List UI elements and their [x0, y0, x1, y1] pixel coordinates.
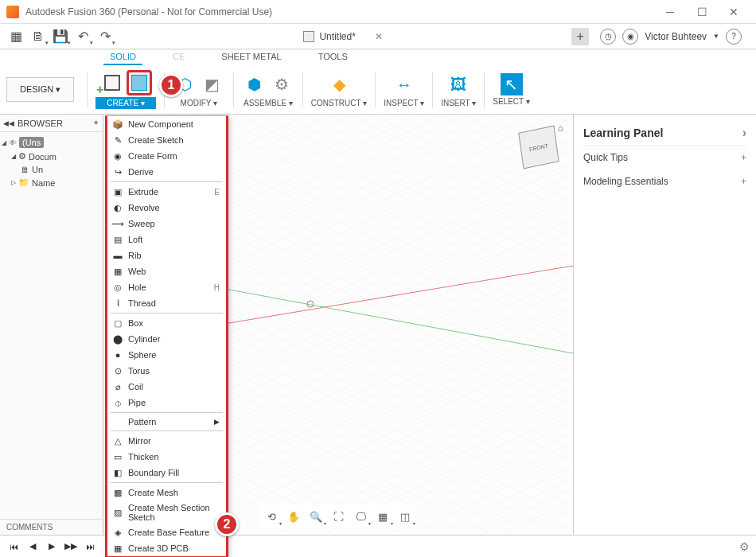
menu-label: Extrude	[128, 187, 209, 197]
menu-item-torus[interactable]: ⊙Torus	[107, 363, 226, 379]
tree-item[interactable]: 🗎Un	[2, 163, 101, 176]
menu-item-pattern[interactable]: Pattern▶	[107, 415, 226, 429]
tree-item[interactable]: ▷📁Name	[2, 176, 101, 189]
select-icon[interactable]: ↖	[501, 73, 523, 95]
menu-item-sphere[interactable]: ●Sphere	[107, 347, 226, 363]
minimize-button[interactable]: ─	[654, 0, 686, 24]
undo-icon[interactable]: ↶	[73, 27, 92, 46]
menu-item-thread[interactable]: ⌇Thread	[107, 295, 226, 311]
job-status-icon[interactable]: ◉	[622, 29, 638, 45]
select-group: ↖ SELECT ▾	[488, 73, 535, 106]
menu-item-create-mesh-section-sketch[interactable]: ▨Create Mesh Section Sketch	[107, 501, 226, 524]
measure-icon[interactable]: ↔	[392, 72, 417, 97]
create-dropdown-button[interactable]: CREATE ▾	[95, 97, 156, 109]
timeline-back-icon[interactable]: ◀	[25, 539, 40, 554]
inspect-group: ↔ INSPECT ▾	[379, 72, 429, 107]
as-built-joint-icon[interactable]: ⚙	[269, 72, 294, 97]
select-label[interactable]: SELECT ▾	[493, 97, 530, 106]
menu-icon: ✎	[112, 134, 123, 146]
user-name[interactable]: Victor Buhteev	[645, 31, 707, 42]
menu-item-revolve[interactable]: ◐Revolve	[107, 200, 226, 216]
menu-item-new-component[interactable]: 📦New Component	[107, 116, 226, 132]
close-button[interactable]: ✕	[718, 0, 750, 24]
grid-icon[interactable]: ▦	[374, 508, 392, 525]
fillet-icon[interactable]: ◩	[200, 72, 225, 97]
menu-item-thicken[interactable]: ▭Thicken	[107, 449, 226, 465]
pan-icon[interactable]: ✋	[285, 508, 302, 525]
inspect-label[interactable]: INSPECT ▾	[384, 99, 424, 107]
file-menu-icon[interactable]: 🗎	[29, 27, 48, 46]
menu-item-mirror[interactable]: △Mirror	[107, 433, 226, 449]
joint-icon[interactable]: ⬢	[242, 72, 267, 97]
menu-item-create-3d-pcb[interactable]: ▦Create 3D PCB	[107, 540, 226, 556]
menu-item-create-mesh[interactable]: ▩Create Mesh	[107, 485, 226, 501]
timeline-start-icon[interactable]: ⏮	[6, 539, 21, 554]
close-tab-icon[interactable]: ✕	[375, 31, 383, 42]
workspace-button[interactable]: DESIGN ▾	[6, 77, 74, 102]
modify-label[interactable]: MODIFY ▾	[181, 99, 217, 107]
home-icon[interactable]: ⌂	[558, 123, 563, 134]
document-tab[interactable]: Untitled* ✕	[294, 28, 392, 45]
viewport-icon[interactable]: ◫	[396, 508, 414, 525]
plane-icon[interactable]: ◆	[326, 72, 352, 97]
timeline-fwd-icon[interactable]: ▶▶	[64, 539, 78, 554]
menu-label: Cylinder	[128, 334, 220, 344]
tab-solid[interactable]: SOLID	[103, 50, 142, 65]
redo-icon[interactable]: ↷	[95, 27, 115, 46]
menu-item-boundary-fill[interactable]: ◧Boundary Fill	[107, 465, 226, 481]
browser-options-icon[interactable]: ⚬	[92, 118, 99, 128]
maximize-button[interactable]: ☐	[686, 0, 718, 24]
timeline-end-icon[interactable]: ⏭	[83, 539, 97, 554]
browser-collapse-icon[interactable]: ◀◀	[3, 119, 14, 127]
create-sketch-icon[interactable]	[127, 70, 152, 95]
menu-item-create-base-feature[interactable]: ◈Create Base Feature	[107, 524, 226, 540]
construct-label[interactable]: CONSTRUCT ▾	[311, 99, 367, 107]
save-icon[interactable]: 💾	[51, 27, 70, 46]
menu-item-hole[interactable]: ◎HoleH	[107, 279, 226, 295]
learning-panel-close-icon[interactable]: ›	[742, 126, 746, 140]
user-dropdown-icon[interactable]: ▼	[713, 33, 719, 40]
fit-icon[interactable]: ⛶	[329, 508, 347, 525]
menu-label: Create Sketch	[128, 135, 220, 145]
menu-item-pipe[interactable]: ⦶Pipe	[107, 395, 226, 411]
new-component-icon[interactable]: +	[99, 70, 125, 95]
assemble-label[interactable]: ASSEMBLE ▾	[244, 99, 293, 107]
zoom-icon[interactable]: 🔍	[307, 508, 325, 525]
help-icon[interactable]: ?	[726, 29, 742, 45]
timeline-play-icon[interactable]: ▶	[45, 539, 59, 554]
viewcube[interactable]: ⌂ FRONT	[516, 123, 563, 170]
comments-panel-header[interactable]: COMMENTS	[0, 519, 103, 535]
learning-item-quick-tips[interactable]: Quick Tips+	[583, 146, 746, 169]
menu-item-extrude[interactable]: ▣ExtrudeE	[107, 184, 226, 200]
construct-group: ◆ CONSTRUCT ▾	[306, 72, 372, 107]
display-icon[interactable]: 🖵	[352, 508, 369, 525]
menu-label: Pipe	[128, 398, 220, 407]
menu-item-box[interactable]: ▢Box	[107, 315, 226, 331]
menu-label: Boundary Fill	[128, 468, 220, 477]
menu-label: Create Form	[128, 151, 220, 161]
app-grid-icon[interactable]: ▦	[6, 27, 25, 46]
extensions-icon[interactable]: ◷	[600, 29, 616, 45]
tab-sheet-metal[interactable]: SHEET METAL	[215, 50, 287, 65]
menu-item-derive[interactable]: ↪Derive	[107, 164, 226, 180]
tree-root[interactable]: ◢👁(Uns	[2, 135, 101, 150]
menu-item-rib[interactable]: ▬Rib	[107, 247, 226, 263]
tree-item[interactable]: ◢⚙Docum	[2, 150, 101, 163]
tab-surface[interactable]: CE	[166, 50, 191, 65]
menu-item-cylinder[interactable]: ⬤Cylinder	[107, 331, 226, 347]
menu-item-create-sketch[interactable]: ✎Create Sketch	[107, 132, 226, 148]
timeline-settings-icon[interactable]: ⚙	[739, 540, 750, 553]
menu-item-loft[interactable]: ▤Loft	[107, 232, 226, 247]
menu-item-sweep[interactable]: ⟿Sweep	[107, 216, 226, 232]
orbit-icon[interactable]: ⟲	[263, 508, 280, 525]
learning-item-modeling[interactable]: Modeling Essentials+	[583, 169, 746, 193]
insert-label[interactable]: INSERT ▾	[441, 99, 476, 107]
decal-icon[interactable]: 🖼	[446, 72, 471, 97]
menu-item-create-form[interactable]: ◉Create Form	[107, 148, 226, 164]
menu-item-web[interactable]: ▦Web	[107, 263, 226, 279]
menu-icon: ◐	[112, 202, 123, 213]
new-tab-button[interactable]: +	[571, 28, 589, 45]
tab-tools[interactable]: TOOLS	[312, 50, 354, 65]
create-group: + CREATE ▾	[91, 70, 161, 109]
menu-item-coil[interactable]: ⌀Coil	[107, 379, 226, 395]
